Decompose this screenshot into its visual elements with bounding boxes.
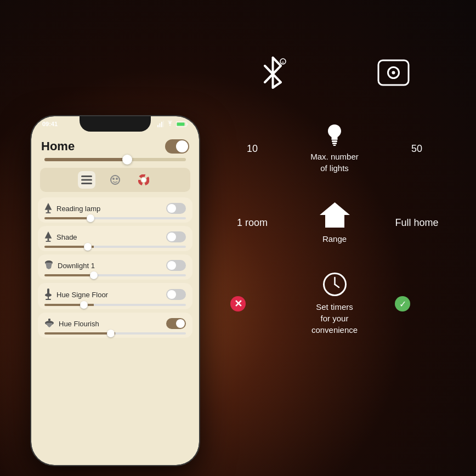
home-title: Home [41, 139, 75, 154]
brightness-control[interactable] [41, 158, 189, 161]
max-lights-right: 50 [395, 143, 439, 155]
bluetooth-max-lights: 10 [247, 143, 258, 154]
range-label: Range [322, 233, 347, 245]
svg-rect-9 [81, 183, 92, 184]
color-wheel-icon [138, 174, 149, 185]
light-brightness-slider[interactable] [44, 332, 186, 335]
bluetooth-block: R [258, 55, 288, 90]
svg-rect-35 [333, 145, 336, 146]
light-toggle[interactable] [166, 203, 186, 214]
range-center: Range [274, 201, 395, 245]
house-icon [320, 201, 350, 229]
bridge-block [376, 55, 411, 90]
range-right: Full home [395, 217, 439, 229]
home-toggle[interactable] [165, 139, 189, 154]
svg-rect-25 [46, 299, 51, 300]
svg-point-14 [141, 178, 146, 182]
signal-icon [157, 121, 164, 127]
tab-scenes[interactable] [106, 171, 124, 189]
light-name: Downlight 1 [58, 262, 95, 270]
bluetooth-range: 1 room [237, 217, 268, 228]
home-header: Home [38, 137, 192, 158]
svg-rect-17 [46, 212, 50, 213]
wifi-icon [166, 121, 174, 127]
svg-rect-6 [177, 122, 185, 126]
svg-line-39 [335, 285, 339, 288]
status-time: 09:41 [42, 121, 58, 127]
max-lights-label: Max. number of lights [310, 151, 359, 174]
svg-point-12 [116, 178, 118, 180]
timers-row: ✕ Set timers for your convenience ✓ [214, 272, 455, 336]
phone-screen: 09:41 [31, 116, 199, 465]
svg-rect-7 [81, 175, 92, 177]
svg-point-11 [112, 178, 115, 180]
light-brightness-slider[interactable] [44, 217, 186, 219]
light-item: Shade [38, 226, 192, 251]
lamp-icon [44, 231, 52, 242]
svg-marker-36 [320, 202, 350, 228]
max-lights-left: 10 [230, 143, 274, 155]
light-name: Hue Signe Floor [56, 291, 108, 299]
phone-mockup: 09:41 [30, 115, 200, 466]
svg-text:R: R [282, 60, 285, 65]
status-bar: 09:41 [40, 121, 190, 127]
svg-marker-18 [45, 231, 52, 239]
range-left: 1 room [230, 217, 274, 229]
svg-rect-20 [46, 241, 50, 242]
light-toggle[interactable] [166, 289, 186, 300]
timers-label: Set timers for your convenience [311, 301, 358, 336]
svg-rect-33 [332, 140, 337, 142]
light-toggle[interactable] [166, 318, 186, 329]
lamp-icon [44, 203, 52, 214]
scenes-icon [110, 174, 121, 185]
ceiling-lamp-icon [44, 319, 54, 328]
light-name: Reading lamp [56, 205, 100, 213]
tab-colors[interactable] [135, 171, 152, 189]
floor-lamp-icon [44, 288, 52, 301]
light-toggle[interactable] [166, 260, 186, 271]
max-lights-center: Max. number of lights [274, 123, 395, 174]
info-panel: R 10 Max. number of [214, 55, 455, 439]
timers-center: Set timers for your convenience [274, 272, 395, 336]
range-row: 1 room Range Full home [214, 201, 455, 245]
check-icon: ✓ [395, 296, 410, 311]
svg-rect-26 [48, 319, 50, 321]
light-brightness-slider[interactable] [44, 274, 186, 276]
list-icon [81, 175, 92, 184]
bridge-icon [376, 55, 411, 90]
svg-rect-24 [48, 295, 49, 299]
svg-rect-3 [163, 121, 165, 127]
top-icons-row: R [214, 55, 455, 90]
light-brightness-slider[interactable] [44, 246, 186, 248]
bridge-range: Full home [395, 217, 438, 228]
light-brightness-slider[interactable] [44, 304, 186, 306]
tab-bar [40, 168, 190, 192]
light-name: Hue Flourish [59, 320, 99, 328]
battery-icon [176, 121, 188, 127]
svg-marker-15 [45, 203, 52, 210]
svg-rect-16 [48, 210, 49, 213]
svg-point-10 [111, 175, 120, 184]
timers-right: ✓ [395, 296, 439, 311]
bluetooth-icon: R [258, 55, 288, 90]
svg-rect-8 [81, 179, 92, 181]
light-name: Shade [56, 233, 77, 241]
light-item: Hue Signe Floor [38, 283, 192, 309]
clock-icon [322, 272, 347, 297]
svg-rect-0 [157, 125, 158, 127]
light-item: Hue Flourish [38, 313, 192, 338]
tab-list[interactable] [78, 171, 95, 189]
svg-rect-5 [187, 123, 188, 125]
light-item: Reading lamp [38, 197, 192, 223]
svg-rect-19 [48, 239, 49, 241]
status-icons [157, 121, 188, 127]
bulb-icon [327, 123, 342, 146]
svg-rect-1 [160, 123, 161, 127]
downlight-icon [44, 260, 53, 270]
bridge-max-lights: 50 [411, 143, 422, 154]
svg-rect-34 [332, 143, 337, 144]
cross-icon: ✕ [230, 296, 246, 311]
svg-rect-2 [161, 122, 162, 127]
max-lights-row: 10 Max. number of lights 50 [214, 123, 455, 174]
light-toggle[interactable] [166, 231, 186, 242]
